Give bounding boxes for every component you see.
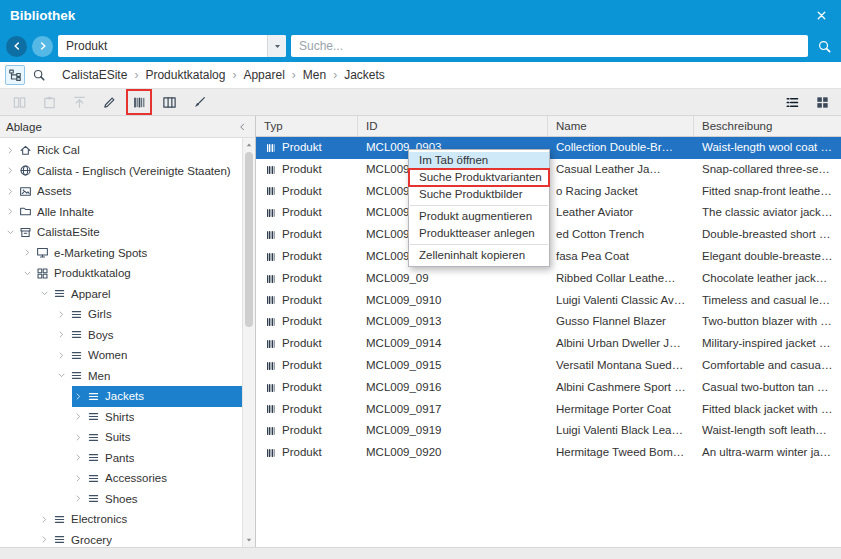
chevron-right-icon[interactable]: [4, 207, 17, 216]
breadcrumb-item-men[interactable]: Men: [303, 68, 326, 82]
scroll-up-icon[interactable]: [243, 139, 255, 151]
chevron-right-icon[interactable]: [38, 535, 51, 544]
table-row[interactable]: ProduktMCL009_0919Luigi Valenti Black Le…: [256, 420, 841, 442]
chevron-right-icon[interactable]: [72, 412, 85, 421]
column-header-beschreibung[interactable]: Beschreibung: [694, 116, 841, 136]
cell-type: Produkt: [256, 399, 358, 421]
chevron-right-icon[interactable]: [21, 248, 34, 257]
tree-item-girls[interactable]: Girls: [55, 304, 242, 325]
chevron-right-icon[interactable]: [4, 187, 17, 196]
list-view-icon[interactable]: [781, 91, 803, 113]
search-view-toggle-icon[interactable]: [29, 65, 49, 85]
tree-item-calista-englisch-vereinigte-staaten[interactable]: Calista - Englisch (Vereinigte Staaten): [4, 161, 242, 182]
search-icon[interactable]: [813, 35, 835, 57]
tree-item-e-marketing-spots[interactable]: e-Marketing Spots: [21, 243, 242, 264]
menu-item-im-tab-öffnen[interactable]: Im Tab öffnen: [409, 152, 549, 169]
cell-description: Chocolate leather jacket with b…: [694, 268, 841, 290]
collapse-sidebar-icon[interactable]: [235, 120, 249, 134]
chevron-right-icon[interactable]: [55, 330, 68, 339]
brush-icon[interactable]: [188, 91, 210, 113]
table-row[interactable]: ProduktMCL009_09Ribbed Collar Leathe…Cho…: [256, 268, 841, 290]
tree-item-shirts[interactable]: Shirts: [72, 407, 242, 428]
tree-item-jackets[interactable]: Jackets: [72, 386, 242, 407]
chevron-right-icon[interactable]: [4, 166, 17, 175]
chevron-down-icon[interactable]: [21, 269, 34, 278]
cell-name: Albini Cashmere Sport Coat: [548, 377, 694, 399]
table-row[interactable]: ProduktMCL009_0920Hermitage Tweed Bomber…: [256, 442, 841, 464]
tree-item-calistaesite[interactable]: CalistaESite: [4, 222, 242, 243]
table-row[interactable]: ProduktMCL009_0916Albini Cashmere Sport …: [256, 377, 841, 399]
cell-name: Ribbed Collar Leathe…: [548, 268, 694, 290]
cell-name: Hermitage Tweed Bomber: [548, 442, 694, 464]
tree-view-toggle-icon[interactable]: [5, 65, 25, 85]
chevron-down-icon[interactable]: [55, 371, 68, 380]
tree-item-shoes[interactable]: Shoes: [72, 489, 242, 510]
product-type-icon: [264, 359, 277, 372]
table-row[interactable]: ProduktMCL009_0914Albini Urban Dweller J…: [256, 333, 841, 355]
back-button[interactable]: [6, 36, 27, 57]
tree-item-suits[interactable]: Suits: [72, 427, 242, 448]
cell-type-label: Produkt: [282, 399, 322, 421]
breadcrumb-item-apparel[interactable]: Apparel: [243, 68, 284, 82]
chevron-right-icon[interactable]: [38, 515, 51, 524]
chevron-down-icon[interactable]: [267, 35, 286, 57]
menu-item-suche-produktbilder[interactable]: Suche Produktbilder: [409, 186, 549, 203]
chevron-right-icon[interactable]: [72, 494, 85, 503]
columns-icon[interactable]: [158, 91, 180, 113]
scrollbar-thumb[interactable]: [245, 152, 253, 327]
chevron-right-icon[interactable]: [72, 433, 85, 442]
chevron-right-icon[interactable]: [55, 351, 68, 360]
tree-item-produktkatalog[interactable]: Produktkatalog: [21, 263, 242, 284]
tree-item-accessories[interactable]: Accessories: [72, 468, 242, 489]
type-filter-select[interactable]: Produkt: [58, 35, 286, 57]
forward-button[interactable]: [32, 36, 53, 57]
list-icon: [69, 307, 84, 322]
cell-description: The classic aviator jacket is ba…: [694, 202, 841, 224]
breadcrumb-item-jackets[interactable]: Jackets: [344, 68, 385, 82]
cell-id: MCL009_0915: [358, 355, 548, 377]
tree-item-apparel[interactable]: Apparel: [38, 284, 242, 305]
cell-id: MCL009_0919: [358, 420, 548, 442]
menu-item-produkt-augmentieren[interactable]: Produkt augmentieren: [409, 208, 549, 225]
table-row[interactable]: ProduktMCL009_0913Gusso Flannel BlazerTw…: [256, 311, 841, 333]
column-header-typ[interactable]: Typ: [256, 116, 358, 136]
edit-icon[interactable]: [98, 91, 120, 113]
tree-item-women[interactable]: Women: [55, 345, 242, 366]
menu-item-suche-produktvarianten[interactable]: Suche Produktvarianten: [409, 169, 549, 186]
chevron-right-icon[interactable]: [72, 392, 85, 401]
close-icon[interactable]: [811, 5, 831, 25]
main-toolbar: Produkt: [0, 30, 841, 62]
scroll-down-icon[interactable]: [243, 534, 255, 546]
chevron-right-icon[interactable]: [55, 310, 68, 319]
tree-item-boys[interactable]: Boys: [55, 325, 242, 346]
column-header-name[interactable]: Name: [548, 116, 694, 136]
table-row[interactable]: ProduktMCL009_0917Hermitage Porter CoatF…: [256, 399, 841, 421]
cell-type: Produkt: [256, 246, 358, 268]
chevron-down-icon[interactable]: [4, 228, 17, 237]
tree-item-rick-cal[interactable]: Rick Cal: [4, 140, 242, 161]
chevron-down-icon[interactable]: [38, 289, 51, 298]
tree-item-pants[interactable]: Pants: [72, 448, 242, 469]
menu-item-produktteaser-anlegen[interactable]: Produktteaser anlegen: [409, 225, 549, 242]
barcode-icon[interactable]: [128, 91, 150, 113]
tree-item-label: Shoes: [105, 493, 138, 505]
tree-item-alle-inhalte[interactable]: Alle Inhalte: [4, 202, 242, 223]
grid-view-icon[interactable]: [811, 91, 833, 113]
menu-item-zelleninhalt-kopieren[interactable]: Zelleninhalt kopieren: [409, 247, 549, 264]
table-row[interactable]: ProduktMCL009_0915Versatil Montana Suede…: [256, 355, 841, 377]
tree-item-assets[interactable]: Assets: [4, 181, 242, 202]
chevron-right-icon[interactable]: [4, 146, 17, 155]
tree-item-electronics[interactable]: Electronics: [38, 509, 242, 530]
image-icon: [18, 184, 33, 199]
breadcrumb-item-calistaesite[interactable]: CalistaESite: [62, 68, 127, 82]
sidebar-scrollbar[interactable]: [242, 138, 255, 547]
cell-type: Produkt: [256, 311, 358, 333]
search-input[interactable]: [291, 39, 808, 53]
tree-item-grocery[interactable]: Grocery: [38, 530, 242, 548]
chevron-right-icon[interactable]: [72, 474, 85, 483]
breadcrumb-item-produktkatalog[interactable]: Produktkatalog: [145, 68, 225, 82]
column-header-id[interactable]: ID: [358, 116, 548, 136]
table-row[interactable]: ProduktMCL009_0910Luigi Valenti Classic …: [256, 290, 841, 312]
chevron-right-icon[interactable]: [72, 453, 85, 462]
tree-item-men[interactable]: Men: [55, 366, 242, 387]
